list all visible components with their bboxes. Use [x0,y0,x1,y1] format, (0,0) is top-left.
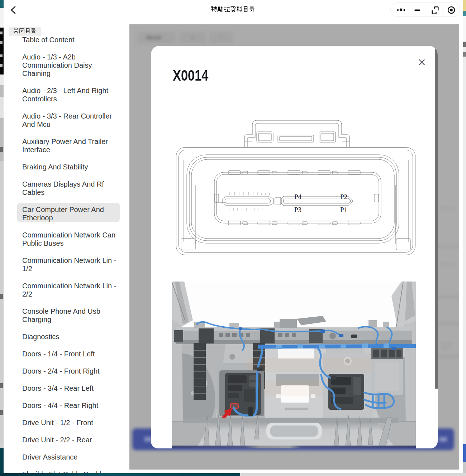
svg-text:P2: P2 [340,193,347,201]
svg-text:P4: P4 [294,193,302,201]
svg-text:P1: P1 [340,206,347,213]
svg-text:P3: P3 [294,206,301,213]
